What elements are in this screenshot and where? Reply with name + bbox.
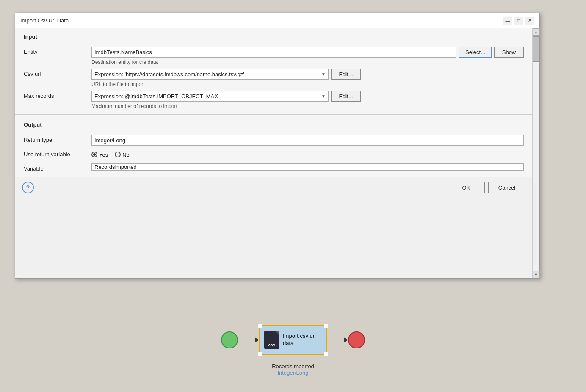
node-var-name: RecordsImported [272, 363, 314, 370]
process-node[interactable]: csv Import csv url data [259, 325, 327, 355]
node-label-line1: Import csv url [283, 333, 316, 339]
cancel-button[interactable]: Cancel [488, 182, 525, 193]
arrow-left-line [238, 340, 255, 340]
node-label-line2: data [283, 340, 293, 346]
scrollbar[interactable]: ▲ ▼ [532, 28, 539, 278]
return-type-row: Return type [24, 135, 524, 146]
variable-row: Variable [24, 163, 524, 172]
entity-row: Entity Select... Show Destination entity… [24, 47, 524, 65]
max-records-value: Expression: @ImdbTests.IMPORT_OBJECT_MAX [94, 93, 218, 99]
csv-url-row: Csv url Expression: 'https://datasets.im… [24, 69, 524, 87]
help-button[interactable]: ? [22, 182, 34, 193]
scroll-down-button[interactable]: ▼ [533, 271, 540, 278]
output-section-label: Output [24, 121, 524, 130]
radio-yes-label: Yes [99, 152, 108, 158]
entity-hint: Destination entity for the data [91, 59, 524, 65]
max-records-chevron-icon: ▼ [321, 94, 326, 99]
max-records-hint: Maximum number of records to import [91, 103, 524, 109]
radio-no-circle [115, 152, 121, 157]
max-records-control: Expression: @ImdbTests.IMPORT_OBJECT_MAX… [91, 91, 524, 109]
arrow-right [327, 337, 348, 342]
entity-control: Select... Show Destination entity for th… [91, 47, 524, 65]
title-bar: Import Csv Url Data — □ ✕ [15, 13, 539, 28]
dialog-window: Import Csv Url Data — □ ✕ Input Entity S… [15, 13, 540, 279]
variable-label: Variable [24, 163, 91, 172]
return-type-control [91, 135, 524, 146]
dialog-content: Input Entity Select... Show Destination … [15, 28, 532, 278]
radio-no-label: No [122, 152, 130, 158]
csv-url-chevron-icon: ▼ [321, 72, 326, 77]
entity-input-row: Select... Show [91, 47, 524, 58]
minimize-button[interactable]: — [503, 17, 512, 25]
csv-url-control: Expression: 'https://datasets.imdbws.com… [91, 69, 524, 87]
return-type-input[interactable] [91, 135, 524, 146]
resize-handle-tr[interactable] [324, 324, 328, 328]
use-return-variable-label: Use return variable [24, 149, 91, 157]
dialog-title: Import Csv Url Data [20, 17, 69, 24]
csv-url-value: Expression: 'https://datasets.imdbws.com… [94, 71, 244, 77]
canvas-area: csv Import csv url data RecordsImported … [0, 288, 586, 392]
node-icon: csv [264, 331, 279, 349]
variable-control [91, 163, 524, 171]
entity-input[interactable] [91, 47, 456, 58]
csv-url-hint: URL to the file to import [91, 81, 524, 87]
output-section: Output Return type Use return variable [15, 115, 532, 177]
resize-handle-tl[interactable] [258, 324, 262, 328]
return-type-label: Return type [24, 135, 91, 143]
resize-handle-br[interactable] [324, 352, 328, 356]
max-records-edit-button[interactable]: Edit... [331, 91, 361, 102]
input-section-label: Input [24, 33, 524, 41]
entity-select-button[interactable]: Select... [459, 47, 492, 58]
node-label: Import csv url data [283, 333, 316, 347]
max-records-row: Max records Expression: @ImdbTests.IMPOR… [24, 91, 524, 109]
csv-url-dropdown[interactable]: Expression: 'https://datasets.imdbws.com… [91, 69, 329, 80]
radio-yes[interactable]: Yes [91, 152, 108, 158]
radio-group: Yes No [91, 149, 524, 160]
csv-icon-text: csv [268, 343, 276, 347]
csv-url-input-row: Expression: 'https://datasets.imdbws.com… [91, 69, 524, 80]
start-node[interactable] [221, 331, 238, 348]
input-section: Input Entity Select... Show Destination … [15, 28, 532, 114]
variable-input[interactable] [91, 163, 524, 171]
max-records-input-row: Expression: @ImdbTests.IMPORT_OBJECT_MAX… [91, 91, 524, 102]
csv-url-edit-button[interactable]: Edit... [331, 69, 361, 80]
csv-url-label: Csv url [24, 69, 91, 77]
dialog-body: Input Entity Select... Show Destination … [15, 28, 539, 278]
arrow-right-line [327, 340, 344, 340]
scroll-thumb[interactable] [533, 36, 539, 62]
ok-button[interactable]: OK [448, 182, 485, 193]
arrow-left-head [255, 337, 259, 342]
titlebar-controls: — □ ✕ [503, 17, 534, 25]
close-button[interactable]: ✕ [525, 17, 534, 25]
arrow-right-head [344, 337, 348, 342]
max-records-label: Max records [24, 91, 91, 99]
entity-label: Entity [24, 47, 91, 55]
scroll-up-button[interactable]: ▲ [533, 28, 540, 36]
arrow-left [238, 337, 259, 342]
node-var-type: Integer/Long [272, 370, 314, 376]
node-below-labels: RecordsImported Integer/Long [272, 363, 314, 376]
maximize-button[interactable]: □ [514, 17, 523, 25]
use-return-variable-row: Use return variable Yes No [24, 149, 524, 160]
footer-buttons: OK Cancel [448, 182, 525, 193]
workflow-container: csv Import csv url data RecordsImported … [221, 325, 365, 355]
radio-yes-circle [91, 152, 97, 157]
use-return-variable-control: Yes No [91, 149, 524, 160]
max-records-dropdown[interactable]: Expression: @ImdbTests.IMPORT_OBJECT_MAX… [91, 91, 329, 102]
process-node-wrapper: csv Import csv url data RecordsImported … [259, 325, 327, 355]
dialog-footer: ? OK Cancel [15, 177, 532, 198]
csv-file-icon: csv [264, 331, 279, 349]
entity-show-button[interactable]: Show [494, 47, 524, 58]
radio-no[interactable]: No [115, 152, 130, 158]
end-node[interactable] [348, 331, 365, 348]
resize-handle-bl[interactable] [258, 352, 262, 356]
